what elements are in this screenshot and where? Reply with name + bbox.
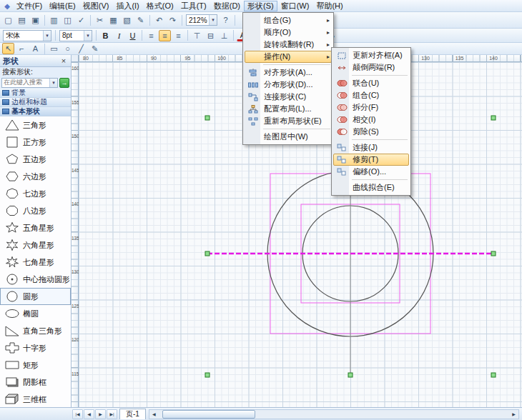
selection-handle[interactable]: [491, 116, 496, 120]
shape-item-circle[interactable]: 圆形: [0, 288, 71, 305]
redo-icon[interactable]: ↷: [167, 14, 179, 26]
dropdown-arrow-icon[interactable]: ▾: [84, 31, 92, 41]
page-tab[interactable]: 页-1: [119, 409, 146, 419]
scrollbar-thumb[interactable]: [162, 410, 255, 419]
horizontal-scrollbar[interactable]: ◀ ▶: [149, 409, 519, 419]
menu-item-fragment[interactable]: 拆分(F): [333, 101, 409, 114]
line-tool-icon[interactable]: ╱: [75, 43, 87, 54]
copy-icon[interactable]: ▦: [107, 14, 119, 26]
shape-item-star-6[interactable]: 六角星形: [0, 236, 71, 254]
selection-handle[interactable]: [205, 116, 210, 120]
zoom-combo[interactable]: 212%▾: [186, 14, 217, 26]
menu-item-configure-layout[interactable]: 配置布局(L)...: [245, 103, 332, 115]
selection-handle[interactable]: [205, 251, 210, 256]
menu-help[interactable]: 帮助(H): [312, 1, 346, 11]
selection-handle[interactable]: [205, 373, 210, 377]
font-family-combo[interactable]: 宋体▾: [3, 30, 51, 41]
menu-item-fit-curve[interactable]: 曲线拟合(E): [333, 181, 409, 194]
menu-item-reverse-ends[interactable]: 颠倒两端(R): [333, 61, 409, 74]
menu-item-operations[interactable]: 操作(N)▸: [245, 51, 332, 63]
selection-handle[interactable]: [348, 373, 353, 377]
pointer-tool-icon[interactable]: ↖: [2, 43, 14, 54]
shape-item-right-triangle[interactable]: 直角三角形: [0, 322, 71, 339]
scroll-right-icon[interactable]: ▶: [509, 411, 518, 416]
menu-item-distribute-shapes[interactable]: 分布形状(D)...: [245, 79, 332, 91]
last-page-button[interactable]: ▶|: [107, 409, 117, 419]
menu-shape[interactable]: 形状(S): [244, 1, 277, 11]
menu-item-offset[interactable]: 偏移(O)...: [333, 166, 409, 178]
pencil-tool-icon[interactable]: ✎: [89, 43, 101, 54]
rectangle-tool-icon[interactable]: ▭: [48, 43, 60, 54]
align-center-icon[interactable]: ≡: [159, 30, 171, 41]
connector-tool-icon[interactable]: ⌐: [16, 43, 28, 54]
undo-icon[interactable]: ↶: [153, 14, 165, 26]
stencil-section-basic-shapes[interactable]: 基本形状: [0, 107, 71, 116]
paste-icon[interactable]: ▧: [121, 14, 133, 26]
font-size-combo[interactable]: 8pt▾: [59, 30, 92, 41]
align-top-icon[interactable]: ⊤: [191, 30, 203, 41]
shape-item-square[interactable]: 正方形: [0, 134, 71, 151]
italic-icon[interactable]: I: [113, 30, 125, 41]
menu-item-join[interactable]: 连接(J): [333, 141, 409, 154]
dropdown-arrow-icon[interactable]: ▾: [209, 15, 217, 25]
shape-item-star-7[interactable]: 七角星形: [0, 254, 71, 271]
shape-item-triangle[interactable]: 三角形: [0, 116, 71, 134]
ellipse-tool-icon[interactable]: ○: [61, 43, 74, 54]
spelling-icon[interactable]: ✓: [75, 14, 87, 26]
menu-item-align-shapes[interactable]: 对齐形状(A)...: [245, 66, 332, 79]
shape-item-octagon[interactable]: 八边形: [0, 202, 71, 219]
dropdown-arrow-icon[interactable]: ▾: [43, 31, 51, 41]
shape-item-shadow-box[interactable]: 阴影框: [0, 374, 71, 391]
shape-item-ellipse[interactable]: 椭圆: [0, 305, 71, 322]
shape-item-hexagon[interactable]: 六边形: [0, 168, 71, 185]
align-bottom-icon[interactable]: ⊥: [218, 30, 230, 41]
print-icon[interactable]: ▥: [48, 14, 60, 26]
format-painter-icon[interactable]: ✎: [134, 14, 147, 26]
prev-page-button[interactable]: ◀: [84, 409, 94, 419]
next-page-button[interactable]: ▶: [95, 409, 106, 419]
menu-item-union[interactable]: 联合(U): [333, 77, 409, 89]
menu-item-group[interactable]: 组合(G)▸: [245, 14, 332, 26]
shape-item-center-drag-circle[interactable]: 中心拖动圆形: [0, 271, 71, 288]
menu-data[interactable]: 数据(D): [210, 1, 244, 11]
cut-icon[interactable]: ✂: [94, 14, 106, 26]
menu-item-connect-shapes[interactable]: 连接形状(C): [245, 91, 332, 103]
shape-item-star-5[interactable]: 五角星形: [0, 219, 71, 236]
menu-item-trim[interactable]: 修剪(T): [333, 154, 409, 166]
menu-item-relayout-shapes[interactable]: 重新布局形状(E): [245, 115, 332, 127]
selection-handle[interactable]: [491, 373, 496, 377]
help-icon[interactable]: ?: [220, 14, 232, 26]
search-input[interactable]: 在此键入搜索 ▾: [1, 78, 58, 88]
menu-format[interactable]: 格式(O): [143, 1, 177, 11]
open-icon[interactable]: ▤: [16, 14, 28, 26]
align-left-icon[interactable]: ≡: [145, 30, 157, 41]
first-page-button[interactable]: |◀: [72, 409, 83, 419]
shape-item-pentagon[interactable]: 五边形: [0, 151, 71, 168]
close-icon[interactable]: ×: [59, 56, 68, 65]
save-icon[interactable]: ▣: [29, 14, 41, 26]
align-middle-icon[interactable]: ⊟: [205, 30, 217, 41]
menu-edit[interactable]: 编辑(E): [46, 1, 79, 11]
menu-item-combine[interactable]: 组合(C): [333, 89, 409, 101]
shape-item-box-3d[interactable]: 三维框: [0, 391, 71, 407]
bold-icon[interactable]: B: [99, 30, 112, 41]
text-tool-icon[interactable]: A: [29, 43, 41, 54]
menu-file[interactable]: 文件(F): [13, 1, 46, 11]
search-dropdown-icon[interactable]: ▾: [49, 78, 57, 88]
scroll-left-icon[interactable]: ◀: [149, 411, 159, 416]
menu-item-update-alignment-box[interactable]: 更新对齐框(A): [333, 49, 409, 61]
align-right-icon[interactable]: ≡: [172, 30, 184, 41]
print-preview-icon[interactable]: ◫: [61, 14, 74, 26]
menu-item-subtract[interactable]: 剪除(S): [333, 126, 409, 138]
menu-item-rotate-flip[interactable]: 旋转或翻转(R)▸: [245, 39, 332, 51]
menu-tools[interactable]: 工具(T): [177, 1, 210, 11]
search-go-button[interactable]: →: [59, 78, 69, 88]
shape-item-heptagon[interactable]: 七边形: [0, 185, 71, 202]
menu-view[interactable]: 视图(V): [79, 1, 113, 11]
menu-window[interactable]: 窗口(W): [277, 1, 313, 11]
shape-item-cross[interactable]: 十字形: [0, 339, 71, 356]
menu-insert[interactable]: 插入(I): [112, 1, 142, 11]
menu-item-intersect[interactable]: 相交(I): [333, 114, 409, 126]
selection-handle[interactable]: [491, 251, 496, 256]
new-document-icon[interactable]: ▢: [2, 14, 14, 26]
